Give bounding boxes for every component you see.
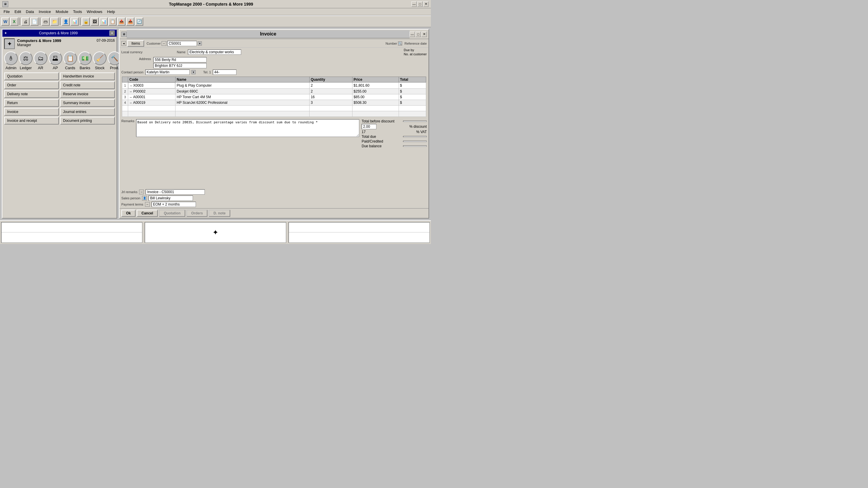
menu-tools[interactable]: Tools [71,9,84,14]
row1-price: $1,801.60 [352,83,399,89]
due-balance-label: Due balance [362,144,381,148]
module-ar[interactable]: 🗂 AR [34,52,48,70]
discount-field[interactable]: 2.00 [362,124,376,129]
invoice-receipt-button[interactable]: Invoice and receipt [4,117,59,125]
toolbar-chart2-btn[interactable]: 📊 [99,18,108,26]
d-note-button[interactable]: D. note [209,210,230,217]
contact-dropdown-icon[interactable]: ▼ [191,70,196,74]
toolbar-chart-btn[interactable]: 📊 [70,18,79,26]
toolbar-lock-btn[interactable]: 🔒 [82,18,90,26]
total-due-row: Total due [362,135,427,139]
toolbar-print2-btn[interactable]: 📄 [30,18,38,26]
payment-terms-field[interactable]: EOM + 2 months [152,202,196,207]
app-icon: 🖥 [2,1,8,7]
credit-note-button[interactable]: Credit note [60,82,115,89]
module-banks[interactable]: 💵 Banks [78,52,92,70]
menu-file[interactable]: File [1,9,12,14]
menu-invoice[interactable]: Invoice [36,9,53,14]
table-row[interactable]: 3 ↔ A00001 HP Toner Cart 4M 5M 16 $85.00… [122,94,426,100]
maximize-button[interactable]: □ [417,1,423,7]
delivery-note-button[interactable]: Delivery note [4,90,59,98]
module-window-close[interactable]: ✕ [110,30,115,36]
invoice-minimize[interactable]: — [410,32,415,37]
due-by-label: Due by [404,48,427,52]
empty-cell [122,111,128,117]
reserve-invoice-button[interactable]: Reserve invoice [60,90,115,98]
items-tab[interactable]: Items [127,40,144,47]
orders-button[interactable]: Orders [186,210,208,217]
toolbar-export-btn[interactable]: 📤 [117,18,125,26]
toolbar-print-btn[interactable]: 🖨 [21,18,30,26]
menu-edit[interactable]: Edit [12,9,23,14]
invoice-button[interactable]: Invoice [4,108,59,116]
summary-invoice-button[interactable]: Summary invoice [60,99,115,107]
right-labels: Due by No. at customer [404,48,427,56]
module-ledger[interactable]: ⚖ Ledger [19,52,33,70]
menu-help[interactable]: Help [105,9,118,14]
customer-id-field[interactable]: C50001 [167,41,197,46]
close-button[interactable]: ✕ [423,1,429,7]
name-field[interactable]: Electricity & computer works [188,50,241,55]
module-admin[interactable]: 🕯 Admin [4,52,18,70]
sales-person-field[interactable]: Bill Lewinsky [149,195,193,201]
company-info: ✦ Computers & More 1999 Manager [4,38,61,49]
return-button[interactable]: Return [4,99,59,107]
ok-button[interactable]: Ok [121,210,135,217]
row4-code[interactable]: ↔ A00019 [128,100,176,106]
payment-terms-icon[interactable]: ↔ [145,202,150,207]
toolbar-separator-4 [80,18,81,25]
banks-label: Banks [80,66,90,70]
stock-label: Stock [95,66,105,70]
table-row-empty2 [122,111,426,117]
jrl-nav-icon[interactable]: ↔ [139,190,144,194]
module-ap[interactable]: 🗳 AP [49,52,62,70]
module-cards[interactable]: 📋 Cards [63,52,77,70]
items-nav-icon[interactable]: ◄ [121,41,126,46]
order-button[interactable]: Order [4,82,59,89]
minimize-button[interactable]: — [411,1,417,7]
contact-field[interactable]: Katelyn Martin [145,69,190,75]
customer-label: Customer [147,42,161,45]
invoice-maximize[interactable]: □ [415,32,421,37]
number-icon[interactable]: 🔍 [398,41,402,45]
menu-module[interactable]: Module [53,9,71,14]
address-line1[interactable]: 556 Benly Rd [153,57,207,62]
table-row[interactable]: 1 ↔ X0003 Plug & Play Computer 2 $1,801.… [122,83,426,89]
journal-entries-button[interactable]: Journal entries [60,108,115,116]
empty-cell [399,111,426,117]
module-stock[interactable]: 🧹 Stock [93,52,106,70]
table-row[interactable]: 4 ↔ A00019 HP ScanJet 6200C Professional… [122,100,426,106]
customer-nav-icon[interactable]: ↔ [162,41,166,46]
cancel-button[interactable]: Cancel [137,210,158,217]
menu-data[interactable]: Data [23,9,36,14]
toolbar-image-btn[interactable]: 🖼 [91,18,99,26]
document-printing-button[interactable]: Document printing [60,117,115,125]
remarks-textarea[interactable]: Based on Delivery note 20035, Discount p… [136,119,359,137]
toolbar: W X 🖨 📄 🗃 📁 👤 📊 🔒 🖼 📊 📋 📤 📥 🔄 [0,15,431,27]
toolbar-word-btn[interactable]: W [1,18,9,26]
toolbar-refresh-btn[interactable]: 🔄 [135,18,143,26]
sales-person-icon[interactable]: 👤 [142,196,147,200]
additional-fields: Jrl remarks ↔ Invoice - C50001 Sales per… [120,189,429,208]
row2-code[interactable]: ↔ P00002 [128,89,176,94]
toolbar-file-btn[interactable]: 🗃 [41,18,50,26]
quotation-action-button[interactable]: Quotation [159,210,185,217]
toolbar-clip-btn[interactable]: 📋 [108,18,117,26]
row1-code[interactable]: ↔ X0003 [128,83,175,89]
invoice-close[interactable]: ✕ [422,32,427,37]
row3-code[interactable]: ↔ A00001 [128,94,176,100]
row4-total: $ [399,100,426,106]
tel-field[interactable]: 44- [213,69,237,75]
toolbar-user-btn[interactable]: 👤 [62,18,70,26]
menu-windows[interactable]: Windows [84,9,105,14]
jrl-remarks-field[interactable]: Invoice - C50001 [146,189,205,195]
toolbar-folder-btn[interactable]: 📁 [50,18,59,26]
handwritten-invoice-button[interactable]: Handwritten invoice [60,72,115,80]
toolbar-excel-btn[interactable]: X [10,18,18,26]
toolbar-import-btn[interactable]: 📥 [126,18,134,26]
table-row[interactable]: 2 ↔ P00002 Deskjet 690C 2 $255.00 $ [122,89,426,94]
items-table-container: Code Name Quantity Price Total 1 ↔ X0003… [121,76,427,117]
customer-dropdown-icon[interactable]: ▼ [198,41,202,45]
quotation-button[interactable]: Quotation [4,72,59,80]
address-line2[interactable]: Brighton B7Y 6JJ [153,63,207,68]
